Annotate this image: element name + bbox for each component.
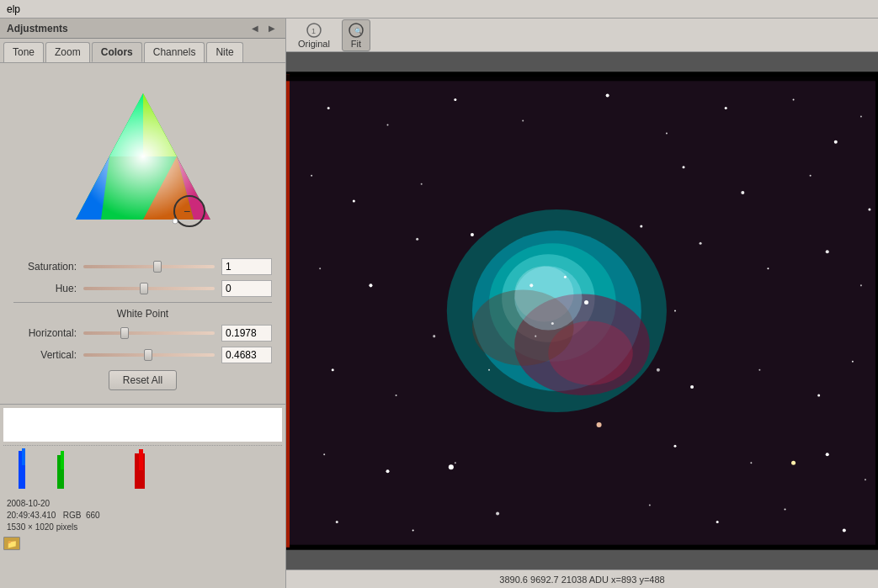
svg-text:1: 1 [311,27,316,35]
folder-icon[interactable]: 📁 [3,537,20,550]
svg-rect-17 [61,451,64,469]
tab-zoom[interactable]: Zoom [45,42,90,62]
controls-area: Saturation: 1 Hue: 0 White [0,252,285,404]
main-area: Adjustments ◀ ▶ Tone Zoom Colors Channel… [0,19,878,588]
hue-row: Hue: 0 [13,280,272,297]
fit-label: Fit [351,39,361,49]
svg-point-60 [690,385,694,389]
svg-point-71 [336,521,338,523]
divider-1 [13,302,272,303]
vertical-slider[interactable] [83,347,215,363]
svg-point-37 [454,98,456,101]
svg-point-52 [319,268,321,269]
saturation-track [83,265,215,268]
original-icon: 1 [306,22,322,39]
saturation-thumb[interactable] [153,261,162,273]
svg-point-46 [353,199,355,202]
histogram-blue [10,447,35,493]
svg-point-51 [868,208,870,210]
saturation-input[interactable]: 1 [221,258,272,275]
svg-point-42 [793,98,795,100]
left-panel: Adjustments ◀ ▶ Tone Zoom Colors Channel… [0,19,286,588]
svg-point-65 [386,469,390,473]
hue-label: Hue: [13,283,77,294]
tab-tone[interactable]: Tone [3,42,44,62]
image-info: 2008-10-20 20:49:43.410 RGB 660 1530 × 1… [0,496,285,535]
collapse-icon[interactable]: ◀ [248,22,262,35]
bottom-left-panel: 2008-10-20 20:49:43.410 RGB 660 1530 × 1… [0,404,285,588]
svg-point-72 [412,530,414,532]
svg-point-67 [673,445,676,448]
tab-colors[interactable]: Colors [92,42,142,62]
svg-point-41 [725,107,727,109]
svg-point-79 [791,461,796,465]
histogram-red [126,447,160,493]
svg-point-76 [785,509,786,511]
svg-rect-94 [286,74,878,81]
right-panel: 1 Original 🔍 Fit [286,19,878,588]
horizontal-label: Horizontal: [13,327,77,339]
svg-point-70 [865,479,866,480]
svg-point-92 [535,336,536,337]
menu-item-help[interactable]: elp [7,3,20,15]
svg-point-78 [449,464,454,469]
svg-point-88 [529,283,533,287]
color-wheel-svg: − [59,77,227,245]
toolbar: 1 Original 🔍 Fit [286,19,878,52]
svg-point-74 [649,504,651,506]
svg-point-44 [860,116,862,118]
hue-thumb[interactable] [140,283,148,294]
saturation-slider[interactable] [83,259,215,274]
nebula-image [286,52,878,569]
svg-point-80 [597,422,602,427]
svg-point-68 [750,462,752,464]
svg-point-56 [826,250,829,253]
svg-rect-93 [286,74,290,547]
header-icons: ◀ ▶ [248,22,279,35]
svg-point-82 [433,335,435,337]
fit-button[interactable]: 🔍 Fit [342,19,370,51]
svg-point-77 [843,529,846,532]
svg-point-35 [327,107,330,109]
vertical-label: Vertical: [13,349,77,361]
vertical-row: Vertical: 0.4683 [13,347,272,363]
svg-point-59 [396,395,397,396]
horizontal-slider[interactable] [83,326,215,341]
horizontal-thumb[interactable] [120,327,129,339]
svg-point-69 [826,453,829,456]
color-wheel[interactable]: − [59,77,227,245]
svg-point-47 [421,183,423,185]
hue-input[interactable]: 0 [221,280,272,297]
svg-point-81 [416,238,418,241]
svg-point-36 [387,124,389,126]
svg-point-50 [810,175,811,177]
original-button[interactable]: 1 Original [293,20,335,50]
svg-marker-11 [76,93,210,220]
svg-rect-15 [22,448,25,465]
horizontal-input[interactable]: 0.1978 [221,325,272,342]
image-dimensions: 1530 × 1020 pixels [7,522,279,533]
original-label: Original [298,39,330,49]
vertical-thumb[interactable] [144,349,152,361]
hue-slider[interactable] [83,281,215,296]
svg-point-83 [471,233,474,236]
svg-point-55 [767,268,769,269]
horizontal-track [83,331,215,335]
reset-all-button[interactable]: Reset All [109,370,177,390]
histogram-green [49,447,74,493]
svg-point-53 [369,283,372,287]
svg-point-64 [323,453,325,455]
svg-point-62 [817,394,820,396]
expand-icon[interactable]: ▶ [265,22,279,35]
white-point-title: White Point [13,308,272,320]
vertical-input[interactable]: 0.4683 [221,347,272,363]
svg-point-86 [657,368,660,372]
svg-point-90 [584,300,588,305]
tab-nite[interactable]: Nite [206,42,242,62]
svg-point-73 [496,512,499,516]
status-bar: 3890.6 9692.7 21038 ADU x=893 y=488 [286,569,878,588]
svg-rect-19 [139,449,143,470]
tab-channels[interactable]: Channels [144,42,205,62]
panel-title: Adjustments [7,23,68,34]
svg-point-91 [551,322,554,325]
